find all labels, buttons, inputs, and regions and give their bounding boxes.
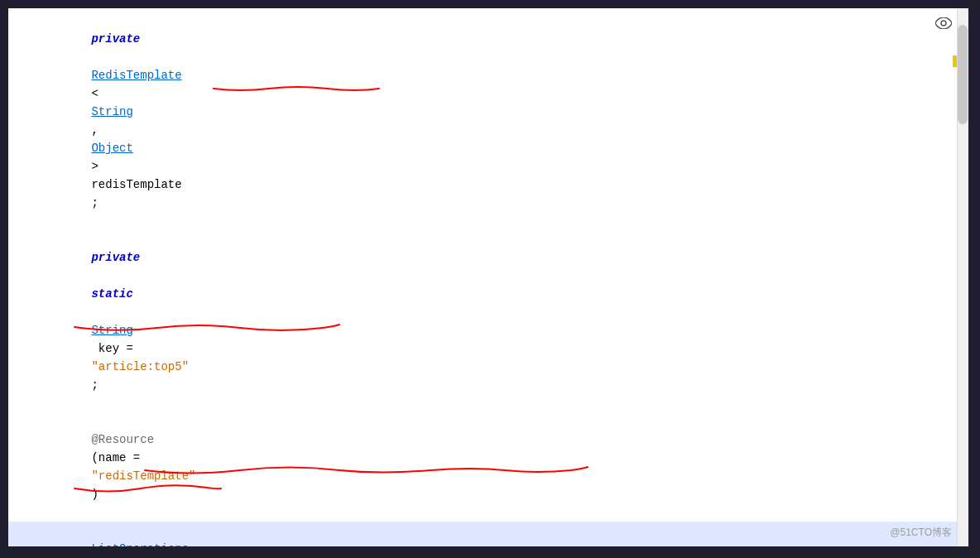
code-line-2: private static String key = "article:top… [8, 230, 968, 412]
string-redistemplate-name: "redisTemplate" [91, 469, 195, 483]
annotation-resource: @Resource [91, 433, 154, 446]
code-line-3: @Resource (name = "redisTemplate" ) [8, 412, 968, 522]
code-body: private RedisTemplate < String , Object … [8, 8, 968, 546]
code-container: private RedisTemplate < String , Object … [8, 8, 968, 546]
scrollbar-marker [953, 55, 957, 67]
keyword-private2: private [91, 251, 140, 264]
string-article-top5: "article:top5" [91, 360, 189, 373]
keyword-private: private [91, 32, 140, 46]
type-string2: String [91, 324, 132, 337]
keyword-static: static [91, 287, 132, 301]
code-line-1: private RedisTemplate < String , Object … [8, 12, 968, 230]
code-line-4: ListOperations < String , Article > opsF… [8, 522, 968, 546]
scrollbar-thumb[interactable] [958, 25, 968, 124]
type-string: String [91, 105, 132, 118]
type-listoperations: ListOperations [91, 542, 189, 546]
scrollbar-vertical[interactable] [957, 8, 968, 546]
type-redistemplate: RedisTemplate [91, 69, 181, 82]
var-redistemplate: redisTemplate [91, 178, 181, 191]
type-object: Object [91, 142, 132, 155]
watermark: @51CTO博客 [890, 526, 952, 540]
